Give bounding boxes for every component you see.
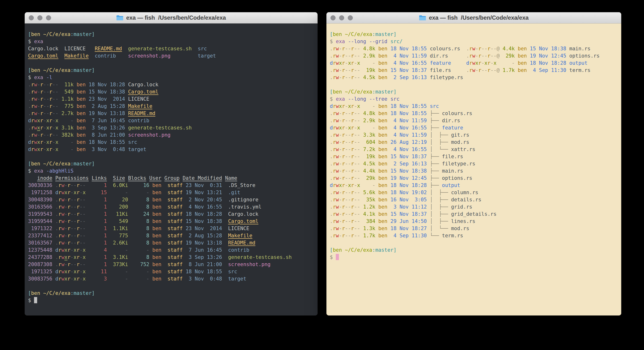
terminal-line: 12375448 drwxr-xr-x 4 - - ben staff 7 Ju… <box>28 246 314 254</box>
terminal-line: .rw-r--r-- 4.1k ben 15 Nov 18:37 │ ├── g… <box>330 210 618 218</box>
terminal-line: $ <box>28 297 314 304</box>
terminal-line: $ exa <box>28 38 314 45</box>
terminal-line: .rw-r--r-- 19k ben 15 Nov 18:37 file.rs … <box>330 67 618 74</box>
terminal-line: drwxr-xr-x - ben 4 Nov 16:55 ├── feature <box>330 124 618 131</box>
terminal-line: drwxr-xr-x - ben 18 Nov 18:28 ├── output <box>330 182 618 189</box>
terminal-line: 31959544 .rw-r--r-- 1 549 8 ben staff 15… <box>28 218 314 225</box>
terminal-line: 30083756 drwxr-xr-x 3 - - ben staff 3 No… <box>28 275 314 282</box>
zoom-button[interactable] <box>46 15 51 20</box>
terminal-line: Cargo.toml Makefile contrib screenshot.p… <box>28 52 314 60</box>
close-button[interactable] <box>29 15 34 20</box>
terminal-line: 30048390 .rw-r--r-- 1 20 8 ben staff 2 N… <box>28 196 314 203</box>
cursor <box>336 254 339 260</box>
window-title: exa — fish /Users/ben/Code/exa/exa <box>419 14 528 21</box>
terminal-line: 31959543 .rw-r--r-- 1 11Ki 24 ben staff … <box>28 210 314 218</box>
terminal-line: 23377412 .rw-r--r-- 1 775 8 ben staff 2 … <box>28 232 314 239</box>
terminal-line: .rw-r--r-- 2.9k ben 4 Nov 11:59 ├── dir.… <box>330 117 618 124</box>
terminal-line: [ben ~/C/e/exa:master] <box>28 67 314 74</box>
terminal-line <box>28 153 314 160</box>
terminal-line: .rw-r--r-- 604 ben 26 Aug 12:19 │ ├── mo… <box>330 138 618 146</box>
terminal-line: .rw-r--r-- 382k ben 8 Jun 21:00 screensh… <box>28 131 314 138</box>
window-title-text: exa — fish /Users/ben/Code/exa/exa <box>429 14 528 21</box>
terminal-line: 20087308 .rw-r--r-- 1 373Ki 752 ben staf… <box>28 261 314 268</box>
desktop: { "palette": { "dark": { "bg": "#2b2e33"… <box>0 0 644 350</box>
terminal-line: .rw-r--r-- 11k ben 18 Nov 18:28 Cargo.lo… <box>28 81 314 88</box>
terminal-line: .rw-r--r-- 549 ben 15 Nov 18:38 Cargo.to… <box>28 88 314 96</box>
terminal-line: .rw-r--r-- 7.2k ben 4 Nov 16:55 │ └── xa… <box>330 146 618 153</box>
terminal-line: 30163566 .rw-r--r-- 1 200 8 ben staff 4 … <box>28 203 314 210</box>
terminal-line: .rw-r--r-- 2.7k ben 19 Nov 13:18 README.… <box>28 110 314 117</box>
terminal-window-light: exa — fish /Users/ben/Code/exa/exa [ben … <box>326 12 621 316</box>
terminal-line: [ben ~/C/e/exa:master] <box>330 31 618 38</box>
minimize-button[interactable] <box>38 15 42 20</box>
folder-icon <box>116 15 124 20</box>
terminal-line: drwxr-xr-x - ben 3 Nov 0:48 target <box>28 146 314 153</box>
terminal-line: 24377288 .rwxr-xr-x 1 3.1Ki 8 ben staff … <box>28 254 314 261</box>
terminal-line: .rw-r--r-- 35k ben 16 Nov 3:05 │ ├── det… <box>330 196 618 203</box>
terminal-line: [ben ~/C/e/exa:master] <box>330 246 618 254</box>
terminal-line: 30163567 .rw-r--r-- 1 2.6Ki 8 ben staff … <box>28 239 314 246</box>
terminal-line: 30030336 .rw-r--r-- 1 6.0Ki 16 ben staff… <box>28 182 314 189</box>
terminal-line <box>330 239 618 246</box>
terminal-line: $ exa --long --grid src/ <box>330 38 618 45</box>
terminal-line: drwxr-xr-x - ben 18 Nov 18:55 src <box>330 102 618 110</box>
zoom-button[interactable] <box>348 15 353 20</box>
terminal-line: .rw-r--r-- 1.3k ben 18 Nov 18:27 │ └── m… <box>330 225 618 232</box>
titlebar[interactable]: exa — fish /Users/ben/Code/exa/exa <box>25 12 318 24</box>
titlebar[interactable]: exa — fish /Users/ben/Code/exa/exa <box>326 12 621 24</box>
terminal-line: drwxr-xr-x - ben 18 Nov 18:55 src <box>28 138 314 146</box>
terminal-line: [ben ~/C/e/exa:master] <box>28 160 314 167</box>
terminal-line: [ben ~/C/e/exa:master] <box>330 88 618 96</box>
terminal-line: 1971258 drwxr-xr-x 15 - - ben staff 19 N… <box>28 189 314 196</box>
traffic-lights <box>330 12 353 23</box>
terminal-line: inode Permissions Links Size Blocks User… <box>28 174 314 182</box>
terminal-line: $ <box>330 254 618 261</box>
terminal-line: $ exa -l <box>28 74 314 81</box>
terminal-window-dark: exa — fish /Users/ben/Code/exa/exa [ben … <box>25 12 318 316</box>
terminal-line: .rw-r--r-- 4.4k ben 15 Nov 18:38 ├── mai… <box>330 167 618 174</box>
terminal-line: .rw-r--r-- 5.6k ben 18 Nov 19:02 │ ├── c… <box>330 189 618 196</box>
terminal-line: $ exa -abghHliS <box>28 167 314 174</box>
window-title: exa — fish /Users/ben/Code/exa/exa <box>116 14 226 21</box>
terminal-line: .rw-r--r-- 19k ben 15 Nov 18:37 ├── file… <box>330 153 618 160</box>
terminal-screen[interactable]: [ben ~/C/e/exa:master]$ exaCargo.lock LI… <box>25 24 318 316</box>
terminal-line: .rw-r--r-- 2.9k ben 4 Nov 11:59 dir.rs .… <box>330 52 618 60</box>
terminal-line: [ben ~/C/e/exa:master] <box>28 31 314 38</box>
terminal-line: .rw-r--r-- 1.1k ben 23 Nov 2014 LICENCE <box>28 96 314 102</box>
terminal-line: drwxr-xr-x - ben 4 Nov 16:55 feature drw… <box>330 60 618 67</box>
terminal-line: drwxr-xr-x - ben 7 Jun 16:45 contrib <box>28 117 314 124</box>
terminal-line: .rw-r--r-- 4.5k ben 2 Sep 16:13 ├── file… <box>330 160 618 167</box>
close-button[interactable] <box>330 15 336 20</box>
terminal-line: .rw-r--r-- 4.8k ben 18 Nov 18:55 ├── col… <box>330 110 618 117</box>
terminal-line: .rw-r--r-- 4.5k ben 2 Sep 16:13 filetype… <box>330 74 618 81</box>
terminal-line <box>28 282 314 290</box>
terminal-line: .rwxr-xr-x 3.1k ben 3 Sep 13:26 generate… <box>28 124 314 131</box>
terminal-line: .rw-r--r-- 1.2k ben 3 Nov 11:12 │ ├── gr… <box>330 203 618 210</box>
terminal-line: .rw-r--r-- 384 ben 29 Jun 14:50 │ ├── li… <box>330 218 618 225</box>
terminal-line: $ exa --long --tree src <box>330 96 618 102</box>
terminal-line: .rw-r--r-- 4.8k ben 18 Nov 18:55 colours… <box>330 45 618 52</box>
terminal-line: 1971325 drwxr-xr-x 11 - - ben staff 18 N… <box>28 268 314 275</box>
terminal-line <box>330 81 618 88</box>
window-title-text: exa — fish /Users/ben/Code/exa/exa <box>126 14 226 21</box>
terminal-line: .rw-r--r-- 1.7k ben 4 Sep 11:30 └── term… <box>330 232 618 239</box>
terminal-line: 1971322 .rw-r--r-- 1 1.1Ki 8 ben staff 2… <box>28 225 314 232</box>
terminal-line: Cargo.lock LICENCE README.md generate-te… <box>28 45 314 52</box>
folder-icon <box>419 15 426 20</box>
terminal-line <box>28 60 314 67</box>
minimize-button[interactable] <box>339 15 344 20</box>
traffic-lights <box>29 12 51 23</box>
terminal-screen[interactable]: [ben ~/C/e/exa:master]$ exa --long --gri… <box>326 24 621 316</box>
cursor <box>34 297 37 303</box>
terminal-line: [ben ~/C/e/exa:master] <box>28 290 314 297</box>
terminal-line: .rw-r--r-- 3.3k ben 4 Nov 11:59 │ ├── gi… <box>330 131 618 138</box>
terminal-line: .rw-r--r-- 29k ben 19 Nov 12:45 ├── opti… <box>330 174 618 182</box>
terminal-line: .rw-r--r-- 775 ben 2 Aug 15:28 Makefile <box>28 102 314 110</box>
